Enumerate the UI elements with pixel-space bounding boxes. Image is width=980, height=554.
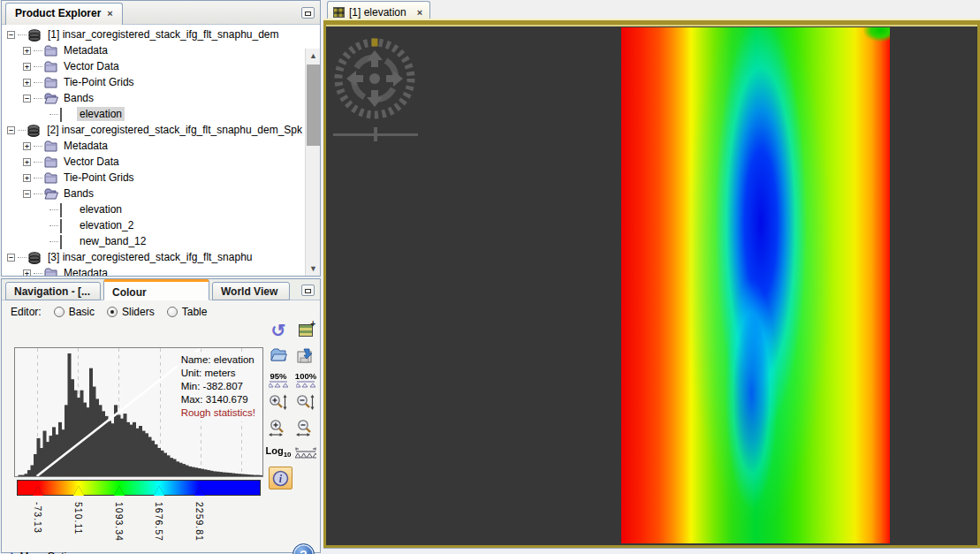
zoom-in-horizontal-button[interactable] [266, 417, 291, 438]
log10-button[interactable]: Log10 [266, 442, 291, 463]
distribute-sliders-button[interactable] [293, 442, 318, 463]
tree-item--3-insar-coregistered-stack-ifg-flt-snaphu[interactable]: −[3] insar_coregistered_stack_ifg_flt_sn… [2, 249, 305, 265]
pan-down-arrow-icon[interactable] [367, 90, 383, 107]
tree-item-elevation[interactable]: elevation [2, 106, 305, 122]
tree-item-label[interactable]: elevation [77, 202, 125, 216]
expand-icon[interactable]: + [23, 47, 31, 55]
minimize-button[interactable] [301, 285, 315, 296]
tree-item-label[interactable]: Metadata [61, 43, 110, 57]
tab-colour-manipulation[interactable]: Colour Manip...× [103, 279, 209, 300]
tree-item-label[interactable]: [2] insar_coregistered_stack_ifg_flt_sna… [44, 123, 305, 137]
close-icon[interactable]: × [417, 7, 422, 18]
tree-item-metadata[interactable]: +Metadata [2, 42, 305, 58]
tree-item-label[interactable]: [3] insar_coregistered_stack_ifg_flt_sna… [45, 250, 254, 264]
pan-up-arrow-icon[interactable] [367, 50, 383, 67]
tree-item-metadata[interactable]: +Metadata [2, 138, 305, 154]
tree-item-metadata[interactable]: +Metadata [2, 265, 305, 276]
zoom-slider[interactable] [333, 127, 418, 141]
import-palette-button[interactable] [293, 320, 318, 341]
zoom-in-vertical-button[interactable] [266, 392, 291, 414]
collapse-icon[interactable]: − [7, 254, 15, 262]
extra-info-toggle-button[interactable]: i [268, 465, 292, 491]
compass-center-dot[interactable] [369, 73, 380, 84]
colour-slider-handle[interactable] [154, 486, 164, 496]
pan-compass-control[interactable] [331, 35, 418, 122]
save-palette-button[interactable] [293, 345, 318, 366]
more-options-toggle[interactable]: ∧∧ More Options [9, 550, 276, 554]
radio-table-label: Table [182, 306, 208, 318]
range-100-button[interactable]: 100% [293, 369, 318, 391]
colour-slider-handle[interactable] [114, 486, 125, 496]
pan-left-arrow-icon[interactable] [346, 71, 363, 87]
tree-item-label[interactable]: elevation_2 [77, 218, 136, 232]
colour-slider-handle[interactable] [33, 486, 43, 496]
tree-item-label[interactable]: Tie-Point Grids [61, 75, 137, 89]
colour-slider-handle[interactable] [194, 486, 205, 496]
scrollbar-thumb[interactable] [307, 65, 320, 146]
mini-sliders-icon [269, 380, 288, 388]
expand-icon[interactable]: + [23, 174, 31, 182]
tree-item-label[interactable]: Tie-Point Grids [61, 171, 137, 185]
tree-item-bands[interactable]: −Bands [2, 186, 305, 201]
elevation-raster-image[interactable] [621, 27, 890, 543]
zoom-out-vertical-button[interactable] [293, 392, 318, 414]
scroll-up-icon[interactable]: ▲ [306, 49, 320, 63]
radio-basic[interactable]: Basic [54, 306, 95, 318]
tree-item-label[interactable]: Bands [61, 186, 96, 201]
help-button[interactable]: ? [292, 543, 315, 554]
tree-item-label[interactable]: Metadata [61, 266, 110, 276]
band-unit-text: Unit: meters [181, 367, 255, 380]
reset-palette-button[interactable]: ↺ [266, 320, 291, 341]
tab-elevation-view[interactable]: [1] elevation × [327, 1, 430, 20]
radio-icon[interactable] [167, 307, 178, 317]
close-icon[interactable]: × [107, 8, 112, 19]
tree-item-vector-data[interactable]: +Vector Data [2, 154, 305, 170]
compass-north-marker [372, 39, 378, 47]
expand-icon[interactable]: + [23, 63, 31, 71]
tree-item-label[interactable]: Bands [61, 91, 96, 105]
collapse-icon[interactable]: − [7, 31, 15, 39]
radio-table[interactable]: Table [167, 306, 208, 318]
radio-icon[interactable] [54, 307, 65, 317]
tab-navigation[interactable]: Navigation - [... [5, 282, 101, 300]
tree-item-new-band-12[interactable]: new_band_12 [2, 233, 305, 249]
pan-right-arrow-icon[interactable] [386, 71, 403, 87]
tree-item-elevation[interactable]: elevation [2, 201, 305, 217]
expand-icon[interactable]: + [23, 269, 31, 277]
tree-item-label[interactable]: elevation [77, 107, 125, 121]
tree-item-label[interactable]: Vector Data [61, 155, 122, 169]
tree-item-tie-point-grids[interactable]: +Tie-Point Grids [2, 74, 305, 90]
tab-world-view[interactable]: World View [212, 282, 290, 300]
tree-item--1-insar-coregistered-stack-ifg-flt-snaphu-dem[interactable]: −[1] insar_coregistered_stack_ifg_flt_sn… [2, 27, 305, 42]
tree-item-elevation-2[interactable]: elevation_2 [2, 217, 305, 233]
scroll-down-icon[interactable]: ▼ [306, 262, 320, 276]
collapse-icon[interactable]: − [23, 95, 31, 102]
minimize-button[interactable] [301, 7, 315, 19]
folder-icon [44, 61, 57, 72]
collapse-icon[interactable]: − [7, 126, 15, 134]
tree-item-label[interactable]: new_band_12 [77, 234, 148, 248]
image-viewport[interactable] [323, 20, 980, 548]
tree-item-label[interactable]: Metadata [61, 139, 110, 153]
expand-icon[interactable]: + [23, 142, 31, 150]
histogram-plot[interactable]: Name: elevation Unit: meters Min: -382.8… [14, 347, 263, 477]
tree-item-tie-point-grids[interactable]: +Tie-Point Grids [2, 170, 305, 186]
tree-item-label[interactable]: Vector Data [61, 59, 122, 73]
colour-slider-handle[interactable] [73, 486, 84, 496]
tree-item-label[interactable]: [1] insar_coregistered_stack_ifg_flt_sna… [45, 27, 282, 42]
collapse-icon[interactable]: − [23, 190, 31, 198]
zoom-slider-handle[interactable] [374, 127, 377, 141]
tab-product-explorer[interactable]: Product Explorer× [5, 3, 123, 25]
radio-sliders[interactable]: Sliders [107, 306, 155, 318]
tree-scrollbar[interactable]: ▲ ▼ [305, 49, 320, 276]
tree-item--2-insar-coregistered-stack-ifg-flt-snaphu-dem-spk[interactable]: −[2] insar_coregistered_stack_ifg_flt_sn… [2, 122, 305, 138]
expand-icon[interactable]: + [23, 79, 31, 87]
open-palette-button[interactable] [266, 345, 291, 366]
zoom-out-horizontal-button[interactable] [293, 417, 318, 438]
radio-icon[interactable] [107, 307, 118, 317]
tree-item-vector-data[interactable]: +Vector Data [2, 58, 305, 74]
range-95-button[interactable]: 95% [266, 369, 291, 391]
expand-icon[interactable]: + [23, 158, 31, 166]
tree-item-bands[interactable]: −Bands [2, 90, 305, 106]
zoom-in-horizontal-icon [269, 419, 288, 436]
